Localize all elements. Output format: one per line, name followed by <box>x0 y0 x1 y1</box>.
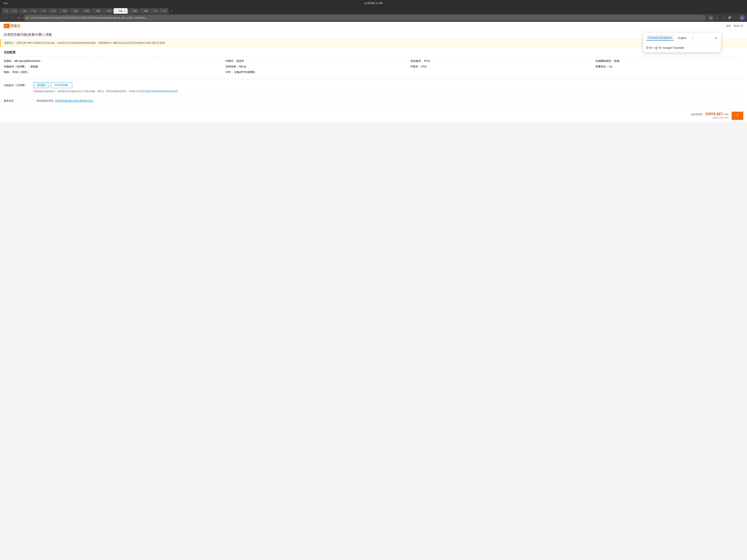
agreement-link[interactable]: 应用型负载均衡(按量付费)服务协议 <box>55 99 93 103</box>
price-original: CNY0.196 /小时 <box>713 116 729 119</box>
back-button[interactable]: ← <box>2 15 7 20</box>
tab-label-kul3: Kul <box>43 10 46 12</box>
aliyun-logo: 云 阿里云 <box>4 24 20 28</box>
aliyun-header: 云 阿里云 备案 简体中文 <box>0 22 747 30</box>
submit-button[interactable]: 立 <box>731 112 743 120</box>
tab-load1[interactable]: ↔ 负载 <box>91 8 102 14</box>
feature-version-value: 基础版 <box>30 65 38 68</box>
translate-popup: Chinese (Simplified) English ⋮ ✕ Google … <box>643 33 721 52</box>
tab-load4[interactable]: ↔ 负载 <box>139 8 150 14</box>
logo-text: 阿里云 <box>10 24 20 28</box>
tab-label-for: 为! <box>164 10 166 12</box>
tab-kul1[interactable]: ● ku! <box>10 8 19 14</box>
translate-close-button[interactable]: ✕ <box>714 36 718 40</box>
tab-label-ali2: 阿里 <box>85 10 89 12</box>
network-type-value: 私网 <box>614 59 619 62</box>
svg-text:云: 云 <box>5 25 7 27</box>
price-section: 总配置费用 CNY0.167 /小时 CNY0.196 /小时 <box>691 112 729 119</box>
google-g: G <box>646 46 649 50</box>
beian-link[interactable]: 备案 <box>726 24 731 28</box>
tab-label-all: all <box>5 10 7 12</box>
tab-favicon-ali1: ↔ <box>60 10 62 12</box>
tab-favicon-load3: ↔ <box>130 10 132 12</box>
extensions-button[interactable]: 🧩 <box>727 15 732 20</box>
divider <box>4 79 743 79</box>
tab-load2-active[interactable]: ↔ 负载 ✕ <box>113 8 128 14</box>
current-config-title: 当前配置 <box>4 51 743 56</box>
taskbar-left: vities <box>3 2 8 5</box>
tab-load3[interactable]: ↔ 负载 <box>128 8 139 14</box>
tab-label-ali1: 阿里 <box>63 10 67 12</box>
tab-favicon-submit: ↔ <box>71 10 73 12</box>
tab-favicon-load4: ↔ <box>141 10 143 12</box>
tab-ali1[interactable]: ↔ 阿里 <box>58 8 69 14</box>
agreement-checkbox[interactable] <box>33 100 35 102</box>
tab-close-icon[interactable]: ✕ <box>124 10 126 12</box>
translate-tab-chinese[interactable]: Chinese (Simplified) <box>646 35 674 41</box>
language-link[interactable]: 简体中文 <box>733 24 743 28</box>
taskbar-app-label: vities <box>3 2 8 5</box>
price-main: CNY0.167 <box>705 112 722 116</box>
instance-name-row: 实例名称： k8s-ip <box>226 65 407 68</box>
page-title-bar: 应用型负载均衡(按量付费) | 变配 <box>0 30 747 39</box>
feature-version-row: 功能版本（实例费）： 基础版 <box>4 65 222 68</box>
tab-label-fai: Fai! <box>52 10 56 12</box>
price-unit: /小时 <box>723 113 729 116</box>
tab-favicon-load2: ↔ <box>115 10 117 12</box>
tab-ali3[interactable]: ↔ 阿里 <box>102 8 113 14</box>
url-bar[interactable]: 🔒 common-buy.aliyun.com/?spm=5176.203105… <box>23 15 706 21</box>
warning-text: 重要提示：变更公网计费方式需到次日零点生效，生效前无法对实例做其他类型的变配，请… <box>4 42 165 44</box>
waf-enhanced-button[interactable]: WAF增强版 <box>51 82 72 88</box>
header-right: 备案 简体中文 <box>726 24 743 28</box>
tab-fai[interactable]: ◆ Fai! <box>48 8 58 14</box>
agreement-row: 服务协议 我已阅读并同意 应用型负载均衡(按量付费)服务协议 <box>4 96 743 106</box>
translate-popup-body: Google Google Translate <box>643 43 721 52</box>
region-row: 地域： 华东1（杭州） <box>4 71 222 74</box>
ip-mode-label: IP模式： <box>226 59 236 62</box>
tab-label-load3: 负载 <box>133 10 137 12</box>
network-type-row: 实例网络类型： 私网 <box>595 59 743 63</box>
browser-actions: 译 ⎋ ☆ 🧩 ⋮ g <box>708 15 745 20</box>
tab-label-kul4: ku! <box>155 10 157 12</box>
tab-favicon-ali2: ↔ <box>82 10 84 12</box>
tab-ali2[interactable]: ↔ 阿里 <box>80 8 91 14</box>
tab-kul3[interactable]: C Kul <box>38 8 48 14</box>
translate-more-button[interactable]: ⋮ <box>691 36 695 40</box>
region-value: 华东1（杭州） <box>12 71 29 74</box>
capacity-value: Icu <box>609 65 613 68</box>
translate-popup-header: Chinese (Simplified) English ⋮ ✕ <box>643 33 721 43</box>
tab-kul4[interactable]: C ku! <box>150 8 159 14</box>
agreement-label: 服务协议 <box>4 99 30 103</box>
translate-icon-button[interactable]: 译 <box>708 15 713 20</box>
share-button[interactable]: ⎋ <box>714 15 720 20</box>
feature-version-label: 功能版本（实例费）： <box>4 65 30 68</box>
instance-name-label: 实例名称： <box>226 65 239 68</box>
standard-version-button[interactable]: 标准版 <box>33 82 49 88</box>
ip-version-value: IPv4 <box>421 65 427 68</box>
tab-k8s[interactable]: C k8s <box>19 8 28 14</box>
logo-icon: 云 <box>4 24 10 28</box>
tab-favicon-ali3: ↔ <box>104 10 106 12</box>
instance-id-label: 实例id： <box>4 59 14 62</box>
feature-description: 在基础版的功能基础上，标准版还包含诸如自定义TLS安全策略，重定向、重写等高级路… <box>33 90 743 93</box>
tab-all[interactable]: ● all <box>1 8 9 14</box>
address-bar: ← → ↻ 🔒 common-buy.aliyun.com/?spm=5176.… <box>0 14 747 22</box>
feature-link[interactable]: 应用型负载均衡基础版和标准版功能差异 <box>138 90 178 92</box>
tab-favicon-k8s: C <box>21 10 22 12</box>
forward-button[interactable]: → <box>9 15 15 20</box>
ip-mode-value: 固定IP <box>237 59 244 62</box>
translate-tab-english[interactable]: English <box>676 35 689 41</box>
refresh-button[interactable]: ↻ <box>16 15 22 20</box>
bookmark-button[interactable]: ☆ <box>721 15 726 20</box>
tab-label-load1: 负载 <box>96 10 100 12</box>
tab-kul2[interactable]: ⬡ Ku! <box>28 8 38 14</box>
browser-menu-button[interactable]: ⋮ <box>733 15 739 20</box>
tab-favicon-kul2: ⬡ <box>30 10 32 12</box>
tab-for[interactable]: M 为! <box>159 8 169 14</box>
tab-submit[interactable]: ↔ 提交 <box>69 8 80 14</box>
protocol-value: IPV4 <box>424 59 430 62</box>
agreement-checkbox-area: 我已阅读并同意 应用型负载均衡(按量付费)服务协议 <box>33 99 93 103</box>
profile-button[interactable]: g <box>740 15 745 20</box>
new-tab-button[interactable]: + <box>169 8 174 14</box>
tab-favicon-kul4: C <box>152 10 153 12</box>
